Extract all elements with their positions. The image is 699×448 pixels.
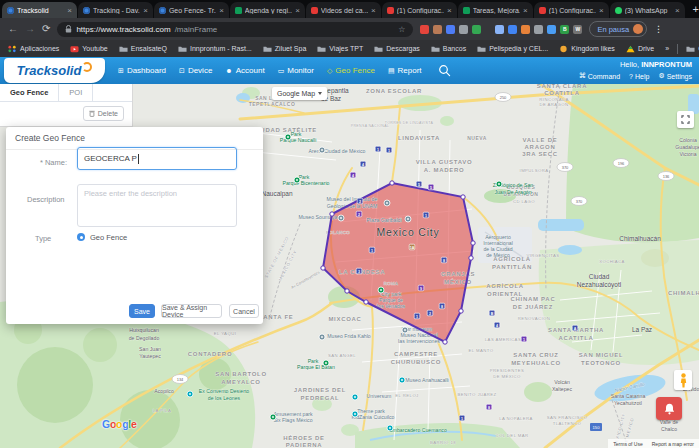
- extension-icon[interactable]: W: [573, 25, 582, 34]
- bookmark-item[interactable]: Descargas: [374, 45, 419, 53]
- user-menu-settings[interactable]: ⚙Settings: [658, 72, 692, 80]
- bookmark-star-icon[interactable]: ☆: [398, 25, 405, 34]
- save-button[interactable]: Save: [129, 304, 155, 318]
- bookmarks-overflow-icon[interactable]: »: [665, 45, 669, 52]
- browser-tab[interactable]: Tracksolid×: [2, 2, 77, 18]
- tab-geo-fence[interactable]: Geo Fence: [0, 84, 59, 101]
- extension-icon[interactable]: [495, 25, 504, 34]
- close-icon[interactable]: ×: [143, 6, 148, 15]
- search-icon[interactable]: [438, 64, 451, 77]
- save-assign-device-button[interactable]: Save & Assign Device: [161, 304, 222, 318]
- pegman-control[interactable]: [674, 370, 692, 390]
- extension-icon[interactable]: [420, 25, 429, 34]
- geofence-vertex[interactable]: [345, 289, 349, 293]
- extension-icon[interactable]: [547, 25, 556, 34]
- map-label: Mexico City: [376, 226, 439, 238]
- cancel-button[interactable]: Cancel: [229, 304, 259, 318]
- tab-poi[interactable]: POI: [59, 84, 93, 101]
- nav-item-dashboard[interactable]: ⊞Dashboard: [118, 66, 166, 75]
- bookmark-item[interactable]: EnsalsateQ: [119, 45, 167, 53]
- report-error-link[interactable]: Report a map error: [652, 441, 694, 447]
- bookmark-item[interactable]: Drive: [626, 45, 654, 53]
- extension-icon[interactable]: [534, 25, 543, 34]
- extension-icon[interactable]: [472, 25, 481, 34]
- type-radio-geofence[interactable]: [77, 233, 85, 241]
- close-icon[interactable]: ×: [371, 6, 376, 15]
- description-textarea[interactable]: Please enter the description: [77, 184, 237, 227]
- nav-item-device[interactable]: ⊡Device: [179, 66, 212, 75]
- geofence-vertex[interactable]: [330, 212, 334, 216]
- close-icon[interactable]: ×: [675, 6, 680, 15]
- nav-label: Geo Fence: [335, 66, 375, 75]
- nav-item-geo-fence[interactable]: ◇Geo Fence: [327, 66, 375, 75]
- bookmark-item[interactable]: Ziluet Spa: [263, 45, 307, 53]
- browser-tab[interactable]: Tareas, Mejora...×: [458, 2, 533, 18]
- nav-item-report[interactable]: ▤Report: [388, 66, 422, 75]
- nav-item-monitor[interactable]: ▭Monitor: [278, 66, 314, 75]
- other-favorites[interactable]: Otros favoritos: [686, 45, 699, 53]
- browser-menu-icon[interactable]: ⋮: [654, 24, 663, 34]
- map-label: DE MÉXICO: [493, 374, 521, 379]
- close-icon[interactable]: ×: [447, 6, 452, 15]
- browser-tab[interactable]: (1) Configurac...×: [534, 2, 609, 18]
- browser-tab[interactable]: Videos del ca...×: [306, 2, 381, 18]
- username[interactable]: INNPRONTUM: [641, 60, 692, 69]
- sync-paused-pill[interactable]: En pausa: [589, 21, 647, 37]
- geofence-vertex[interactable]: [471, 241, 475, 245]
- svg-text:5: 5: [418, 183, 420, 187]
- extension-icon[interactable]: [433, 25, 442, 34]
- back-icon[interactable]: ←: [8, 24, 18, 34]
- reload-icon[interactable]: ⟳: [42, 24, 50, 34]
- tab-title: (1) Configurac...: [549, 7, 596, 14]
- geofence-vertex[interactable]: [469, 256, 473, 260]
- fullscreen-button[interactable]: [677, 111, 694, 128]
- close-icon[interactable]: ×: [295, 6, 300, 15]
- geofence-vertex[interactable]: [443, 340, 447, 344]
- greeting: Hello, INNPRONTUM: [579, 60, 692, 69]
- close-icon[interactable]: ×: [599, 6, 604, 15]
- url-field[interactable]: https://www.tracksolid.com/mainFrame ☆: [57, 22, 413, 37]
- address-bar: ← → ⟳ https://www.tracksolid.com/mainFra…: [0, 18, 699, 40]
- close-icon[interactable]: ×: [67, 6, 72, 15]
- extension-icon[interactable]: [446, 25, 455, 34]
- browser-tab[interactable]: Tracking - Dav...×: [78, 2, 153, 18]
- map-label: Parque El Batan: [297, 364, 335, 370]
- close-icon[interactable]: ×: [219, 6, 224, 15]
- bookmark-item[interactable]: Viajes TPT: [317, 45, 363, 53]
- browser-tab[interactable]: Agenda y regi...×: [230, 2, 305, 18]
- bookmark-item[interactable]: Pelispedia y CEL...: [477, 45, 548, 53]
- nav-item-account[interactable]: ☻Account: [225, 66, 264, 75]
- bookmark-item[interactable]: Kingdom likes: [559, 45, 615, 53]
- bookmark-item[interactable]: Innprontum - Rast...: [178, 45, 252, 53]
- close-icon[interactable]: ×: [523, 6, 528, 15]
- browser-tab[interactable]: Geo Fence- Tr...×: [154, 2, 229, 18]
- geofence-vertex[interactable]: [364, 300, 368, 304]
- geofence-vertex[interactable]: [321, 266, 325, 270]
- bookmark-item[interactable]: Bancos: [431, 45, 466, 53]
- tracksolid-logo[interactable]: Tracksolid: [4, 58, 105, 83]
- extension-icon[interactable]: [508, 25, 517, 34]
- geofence-vertex[interactable]: [461, 195, 465, 199]
- user-menu-command[interactable]: ⌘Command: [579, 72, 620, 80]
- profile-avatar[interactable]: [633, 24, 643, 34]
- metro-station-marker: 1: [521, 336, 527, 342]
- geofence-vertex[interactable]: [390, 181, 394, 185]
- map-label: PADIERNA: [286, 442, 323, 448]
- bookmark-item[interactable]: Aplicaciones: [8, 45, 59, 53]
- alarm-notification-button[interactable]: [656, 397, 682, 420]
- extension-icon[interactable]: [521, 25, 530, 34]
- terms-link[interactable]: Terms of Use: [613, 441, 642, 447]
- new-tab-button[interactable]: +: [693, 3, 699, 15]
- browser-tab[interactable]: (1) Configurac...×: [382, 2, 457, 18]
- extension-icon[interactable]: B: [560, 25, 569, 34]
- delete-button[interactable]: Delete: [83, 106, 124, 121]
- map-layer-selector[interactable]: Google Map: [272, 87, 327, 100]
- bookmark-item[interactable]: Youtube: [70, 45, 107, 53]
- extension-icon[interactable]: [459, 25, 468, 34]
- geofence-vertex[interactable]: [459, 309, 463, 313]
- forward-icon[interactable]: →: [25, 24, 35, 34]
- user-menu-help[interactable]: ?Help: [629, 72, 649, 80]
- bookmark-label: Drive: [638, 45, 654, 52]
- browser-tab[interactable]: (3) WhatsApp×: [610, 2, 685, 18]
- name-input[interactable]: GEOCERCA P: [77, 147, 237, 170]
